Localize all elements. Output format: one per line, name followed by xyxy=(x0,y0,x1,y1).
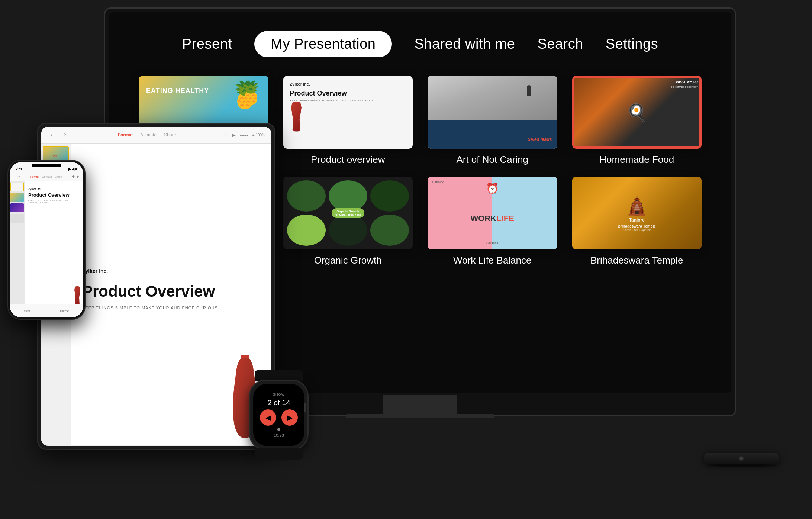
thumb-temple: 🛕 Tanjore Brihadeswara Temple Home - The… xyxy=(572,177,702,249)
presentation-title-worklife: Work Life Balance xyxy=(453,255,532,266)
phone-tab-animate[interactable]: Animate xyxy=(42,175,52,178)
svg-point-0 xyxy=(241,355,249,358)
watch-slide-info: 2 of 14 xyxy=(267,399,290,407)
phone-content: Zylker Inc. Product Overview KEEP THINGS… xyxy=(10,181,83,312)
tablet-main-slide: Zylker Inc. Product Overview KEEP THINGS… xyxy=(71,144,271,445)
add-icon[interactable]: + xyxy=(224,131,228,139)
tablet-actions: + ▶ ●●●● ■ 100% xyxy=(224,131,265,139)
circle-2 xyxy=(329,180,367,212)
nav-my-presentation[interactable]: My Presentation xyxy=(254,31,392,57)
phone-toolbar: ‹ ↩ Format Animate Share + ▶ xyxy=(10,173,83,181)
phone-bottom-nav: Slide Theme xyxy=(10,304,83,317)
battery-icon: ■ 100% xyxy=(252,133,265,137)
presentation-title-organic: Organic Growth xyxy=(314,255,382,266)
phone-notch xyxy=(32,164,61,167)
tv-navigation: Present My Presentation Shared with me S… xyxy=(131,23,709,57)
nav-settings[interactable]: Settings xyxy=(606,36,658,52)
watch-show-label: SHOW xyxy=(273,393,285,396)
phone-undo-btn[interactable]: ↩ xyxy=(17,175,20,178)
presentation-homemade-food[interactable]: 🍳 WHAT WE DOHomemade food text Homemade … xyxy=(572,76,702,165)
organic-label: Organic Growthfor Small Business xyxy=(332,208,364,218)
presentation-product-overview[interactable]: Zylker Inc. Product Overview KEEP THINGS… xyxy=(283,76,413,165)
watch-next-button[interactable]: ▶ xyxy=(281,409,298,426)
signal-icon: ●●●● xyxy=(239,133,248,137)
tablet-nav-controls: ‹ ‹ xyxy=(47,130,70,139)
slide-title: Product Overview xyxy=(82,283,260,300)
tv-stand xyxy=(383,395,457,415)
watch-screen: SHOW 2 of 14 ◀ ▶ 10:23 xyxy=(253,384,304,446)
phone-slide-thumb-4[interactable] xyxy=(10,214,24,223)
thumb-art-not-caring: Sales leads xyxy=(428,76,557,149)
watch-controls: ◀ ▶ xyxy=(260,409,298,426)
phone-add-icon[interactable]: + xyxy=(72,174,75,179)
presentation-organic-growth[interactable]: Organic Growthfor Small Business Organic… xyxy=(283,177,413,266)
phone-title: Product Overview xyxy=(28,193,80,198)
thumb-product-overview: Zylker Inc. Product Overview KEEP THINGS… xyxy=(283,76,413,149)
forward-button[interactable]: ‹ xyxy=(61,130,70,139)
slide-content: Zylker Inc. Product Overview KEEP THINGS… xyxy=(82,268,260,321)
presentation-title-food: Homemade Food xyxy=(599,154,674,165)
circle-1 xyxy=(287,180,326,212)
watch-time: 10:23 xyxy=(274,433,284,438)
circle-4 xyxy=(287,215,326,246)
tablet-toolbar: ‹ ‹ Format Animate Share + ▶ ●●●● ■ 100% xyxy=(41,127,271,144)
phone-play-icon[interactable]: ▶ xyxy=(77,175,80,178)
phone-tab-share[interactable]: Share xyxy=(55,175,62,178)
apple-tv-box xyxy=(704,453,779,464)
back-button[interactable]: ‹ xyxy=(47,130,56,139)
food-text: WHAT WE DOHomemade food text xyxy=(671,80,698,89)
thumb-work-life: Defining ⏰ WORK LIFE Balance xyxy=(428,177,557,249)
food-emoji: 🍳 xyxy=(626,103,647,122)
presentation-art-not-caring[interactable]: Sales leads Art of Not Caring xyxy=(428,76,557,165)
phone-theme-btn[interactable]: Theme xyxy=(59,309,69,313)
temple-icon: 🛕 xyxy=(625,194,648,216)
phone-slide-btn[interactable]: Slide xyxy=(24,309,31,313)
nav-present[interactable]: Present xyxy=(182,36,232,52)
nav-shared-with-me[interactable]: Shared with me xyxy=(414,36,515,52)
presentation-temple[interactable]: 🛕 Tanjore Brihadeswara Temple Home - The… xyxy=(572,177,702,266)
tab-animate[interactable]: Animate xyxy=(140,132,157,138)
phone-time: 9:41 xyxy=(16,167,22,171)
watch-body: SHOW 2 of 14 ◀ ▶ 10:23 xyxy=(249,380,309,450)
watch-prev-button[interactable]: ◀ xyxy=(260,409,276,426)
next-icon: ▶ xyxy=(287,413,293,422)
slide-brand: Zylker Inc. xyxy=(82,268,108,275)
phone-back-btn[interactable]: ‹ xyxy=(13,175,14,179)
tab-format[interactable]: Format xyxy=(118,132,133,138)
phone-tab-format[interactable]: Format xyxy=(30,175,39,178)
phone-slide-thumb-1[interactable] xyxy=(10,183,24,191)
stairs-bg xyxy=(428,76,557,123)
prev-icon: ◀ xyxy=(265,413,271,422)
circle-6 xyxy=(370,215,409,246)
pineapple-icon: 🍍 xyxy=(237,80,265,106)
nav-search[interactable]: Search xyxy=(537,36,583,52)
phone-status-icons: ▶ ◀ ■ xyxy=(68,167,77,171)
phone-screen: 9:41 ▶ ◀ ■ ‹ ↩ Format Animate Share + ▶ xyxy=(10,162,83,317)
watch-device: SHOW 2 of 14 ◀ ▶ 10:23 xyxy=(245,374,312,456)
clock-icon: ⏰ xyxy=(486,182,499,194)
presentation-title-temple: Brihadeswara Temple xyxy=(590,255,683,266)
presentation-work-life[interactable]: Defining ⏰ WORK LIFE Balance Work Life B… xyxy=(428,177,557,266)
phone-brand: Zylker Inc. xyxy=(28,188,41,191)
phone-slide-thumb-2[interactable] xyxy=(10,193,24,202)
slide-subtitle: KEEP THINGS SIMPLE TO MAKE YOUR AUDIENCE… xyxy=(82,306,260,310)
tablet-tabs: Format Animate Share xyxy=(118,132,176,138)
phone-sidebar xyxy=(10,181,25,312)
phone-main-slide: Zylker Inc. Product Overview KEEP THINGS… xyxy=(25,181,83,312)
phone-device: 9:41 ▶ ◀ ■ ‹ ↩ Format Animate Share + ▶ xyxy=(7,160,86,320)
figure-icon xyxy=(527,85,531,96)
play-icon[interactable]: ▶ xyxy=(232,132,236,138)
circle-5 xyxy=(329,215,367,246)
phone-vase xyxy=(74,286,81,305)
phone-slide-thumb-3[interactable] xyxy=(10,203,24,212)
tv-stand-base xyxy=(346,414,494,418)
phone-subtitle: KEEP THINGS SIMPLE TO MAKE YOUR AUDIENCE… xyxy=(28,199,80,204)
thumb-organic-growth: Organic Growthfor Small Business xyxy=(283,177,413,249)
vase-decoration xyxy=(290,102,303,132)
tab-share[interactable]: Share xyxy=(164,132,176,138)
watch-band-bottom xyxy=(255,448,303,460)
presentation-title-product: Product overview xyxy=(311,154,385,165)
watch-dot xyxy=(277,428,280,431)
circle-3 xyxy=(370,180,409,212)
apple-tv-device xyxy=(704,453,779,467)
